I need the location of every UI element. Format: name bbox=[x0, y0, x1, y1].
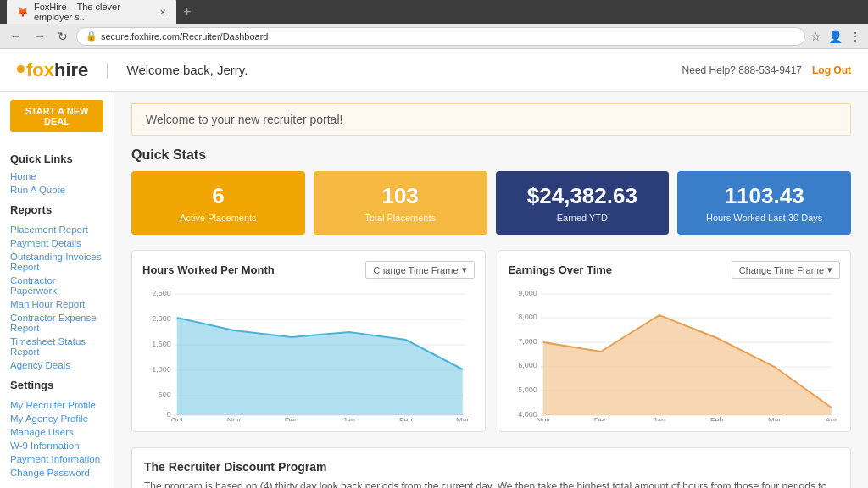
sidebar: START A NEW DEAL Quick Links Home Run A … bbox=[0, 92, 114, 488]
address-bar[interactable]: 🔒 secure.foxhire.com/Recruiter/Dashboard bbox=[76, 27, 805, 46]
total-placements-label: Total Placements bbox=[322, 213, 479, 223]
sidebar-item-home[interactable]: Home bbox=[10, 169, 103, 183]
tab-close-icon[interactable]: ✕ bbox=[159, 8, 166, 17]
hours-worked-label: Hours Worked Last 30 Days bbox=[686, 213, 843, 223]
discount-section: The Recruiter Discount Program The progr… bbox=[131, 447, 851, 488]
svg-text:500: 500 bbox=[159, 391, 171, 399]
active-placements-number: 6 bbox=[140, 183, 297, 209]
stat-card-earned-ytd: $24,382.63 Earned YTD bbox=[496, 171, 670, 235]
new-tab-icon[interactable]: + bbox=[183, 4, 191, 19]
svg-text:5,000: 5,000 bbox=[518, 385, 537, 394]
browser-controls: ← → ↻ 🔒 secure.foxhire.com/Recruiter/Das… bbox=[0, 24, 868, 49]
svg-text:1,000: 1,000 bbox=[152, 365, 171, 374]
browser-icons-group: ☆ 👤 ⋮ bbox=[810, 30, 861, 43]
earnings-chart-svg: 9,000 8,000 7,000 6,000 5,000 4,000 bbox=[509, 286, 841, 421]
charts-row: Hours Worked Per Month Change Time Frame… bbox=[131, 250, 851, 432]
earnings-time-frame-button[interactable]: Change Time Frame ▾ bbox=[732, 261, 840, 279]
stat-card-hours-worked: 1103.43 Hours Worked Last 30 Days bbox=[677, 171, 851, 235]
browser-tab[interactable]: 🦊 FoxHire – The clever employer s... ✕ bbox=[7, 0, 176, 25]
start-new-deal-button[interactable]: START A NEW DEAL bbox=[10, 100, 103, 132]
sidebar-item-agency-profile[interactable]: My Agency Profile bbox=[10, 412, 103, 425]
svg-text:Mar: Mar bbox=[456, 416, 470, 421]
stat-card-total-placements: 103 Total Placements bbox=[314, 171, 487, 235]
hours-chart-svg: 2,500 2,000 1,500 1,000 500 0 bbox=[142, 286, 475, 421]
welcome-message: Welcome back, Jerry. bbox=[127, 63, 669, 77]
hours-chart-container: Hours Worked Per Month Change Time Frame… bbox=[131, 250, 486, 432]
sidebar-item-agency-deals[interactable]: Agency Deals bbox=[10, 358, 103, 372]
quick-links-title: Quick Links bbox=[10, 152, 103, 165]
top-right-controls: Need Help? 888-534-9417 Log Out bbox=[682, 64, 851, 76]
quick-stats-title: Quick Stats bbox=[131, 147, 851, 163]
svg-text:Nov: Nov bbox=[536, 416, 550, 421]
svg-text:8,000: 8,000 bbox=[518, 313, 537, 321]
tab-favicon: 🦊 bbox=[17, 7, 29, 18]
help-text: Need Help? 888-534-9417 bbox=[682, 64, 802, 76]
svg-text:Dec: Dec bbox=[593, 416, 608, 421]
forward-button[interactable]: → bbox=[31, 28, 49, 45]
hours-chart-title: Hours Worked Per Month bbox=[142, 263, 275, 276]
discount-text: The program is based on (4) thirty day l… bbox=[144, 479, 838, 488]
svg-text:Dec: Dec bbox=[285, 416, 299, 421]
top-divider: | bbox=[105, 60, 109, 80]
sidebar-item-recruiter-profile[interactable]: My Recruiter Profile bbox=[10, 398, 103, 412]
account-icon[interactable]: 👤 bbox=[828, 30, 843, 43]
earnings-chart-area: 9,000 8,000 7,000 6,000 5,000 4,000 bbox=[509, 286, 841, 421]
logo-hire: hire bbox=[54, 59, 88, 81]
svg-text:Jan: Jan bbox=[342, 416, 355, 421]
refresh-button[interactable]: ↻ bbox=[54, 28, 71, 45]
sidebar-item-outstanding-invoices[interactable]: Outstanding Invoices Report bbox=[10, 250, 103, 274]
svg-text:Nov: Nov bbox=[227, 416, 242, 421]
sidebar-item-timesheet-status[interactable]: Timesheet Status Report bbox=[10, 335, 103, 358]
sidebar-item-w9[interactable]: W-9 Information bbox=[10, 439, 103, 452]
star-icon[interactable]: ☆ bbox=[810, 30, 821, 43]
chevron-down-icon-earnings: ▾ bbox=[827, 264, 832, 275]
logo: foxhire bbox=[17, 59, 88, 81]
svg-text:Apr: Apr bbox=[825, 416, 837, 421]
svg-text:Feb: Feb bbox=[399, 416, 413, 421]
sidebar-item-payment-info[interactable]: Payment Information bbox=[10, 452, 103, 466]
earned-ytd-number: $24,382.63 bbox=[504, 183, 661, 209]
svg-text:2,500: 2,500 bbox=[152, 289, 171, 297]
svg-marker-12 bbox=[177, 318, 463, 415]
sidebar-item-payment-details[interactable]: Payment Details bbox=[10, 236, 103, 250]
menu-icon[interactable]: ⋮ bbox=[849, 30, 861, 43]
settings-title: Settings bbox=[10, 379, 103, 391]
stat-card-active-placements: 6 Active Placements bbox=[131, 171, 305, 235]
logout-button[interactable]: Log Out bbox=[812, 64, 851, 76]
svg-text:9,000: 9,000 bbox=[518, 289, 537, 297]
svg-text:Oct: Oct bbox=[171, 416, 184, 421]
svg-text:Jan: Jan bbox=[653, 416, 665, 421]
hours-chart-header: Hours Worked Per Month Change Time Frame… bbox=[142, 261, 475, 279]
earned-ytd-label: Earned YTD bbox=[504, 213, 661, 223]
earnings-chart-title: Earnings Over Time bbox=[509, 263, 613, 276]
svg-text:Feb: Feb bbox=[709, 416, 723, 421]
reports-title: Reports bbox=[10, 203, 103, 216]
sidebar-item-contractor-expense[interactable]: Contractor Expense Report bbox=[10, 311, 103, 335]
app-container: foxhire | Welcome back, Jerry. Need Help… bbox=[0, 49, 868, 488]
sidebar-item-man-hour-report[interactable]: Man Hour Report bbox=[10, 297, 103, 311]
active-placements-label: Active Placements bbox=[140, 213, 297, 223]
sidebar-item-contractor-paperwork[interactable]: Contractor Paperwork bbox=[10, 274, 103, 297]
hours-time-frame-button[interactable]: Change Time Frame ▾ bbox=[365, 261, 474, 279]
sidebar-item-manage-users[interactable]: Manage Users bbox=[10, 425, 103, 439]
svg-text:6,000: 6,000 bbox=[518, 361, 537, 369]
back-button[interactable]: ← bbox=[7, 28, 25, 45]
top-bar: foxhire | Welcome back, Jerry. Need Help… bbox=[0, 49, 868, 92]
svg-text:Mar: Mar bbox=[768, 416, 782, 421]
sidebar-item-change-password[interactable]: Change Password bbox=[10, 466, 103, 480]
svg-text:7,000: 7,000 bbox=[518, 337, 537, 346]
sidebar-item-placement-report[interactable]: Placement Report bbox=[10, 223, 103, 236]
svg-text:4,000: 4,000 bbox=[518, 410, 537, 419]
browser-chrome: 🦊 FoxHire – The clever employer s... ✕ + bbox=[0, 0, 868, 24]
earnings-chart-container: Earnings Over Time Change Time Frame ▾ 9… bbox=[498, 250, 852, 432]
svg-marker-31 bbox=[542, 315, 831, 415]
hours-chart-area: 2,500 2,000 1,500 1,000 500 0 bbox=[142, 286, 475, 421]
sidebar-item-run-quote[interactable]: Run A Quote bbox=[10, 183, 103, 197]
welcome-banner-text: Welcome to your new recruiter portal! bbox=[146, 113, 342, 126]
stats-row: 6 Active Placements 103 Total Placements… bbox=[131, 171, 851, 235]
svg-text:1,500: 1,500 bbox=[152, 340, 171, 348]
svg-text:2,000: 2,000 bbox=[152, 314, 171, 323]
welcome-banner: Welcome to your new recruiter portal! bbox=[131, 103, 851, 136]
chevron-down-icon: ▾ bbox=[462, 264, 467, 275]
address-text: secure.foxhire.com/Recruiter/Dashboard bbox=[101, 31, 268, 42]
